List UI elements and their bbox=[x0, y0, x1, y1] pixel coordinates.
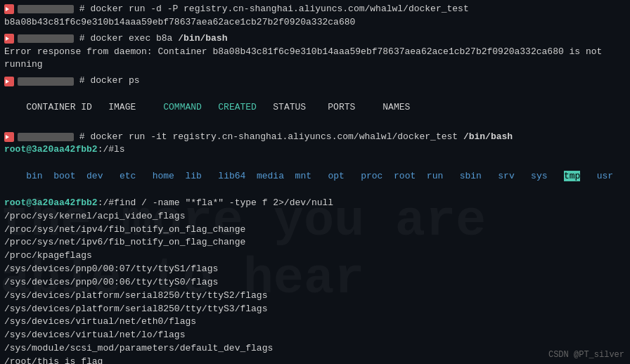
find-out-7: /sys/devices/platform/serial8250/tty/tty… bbox=[4, 290, 626, 303]
prompt-line-4: # docker run -it registry.cn-shanghai.al… bbox=[4, 131, 626, 144]
error-line-1: Error response from daemon: Container b8… bbox=[4, 46, 626, 59]
find-out-4: /proc/kpageflags bbox=[4, 249, 626, 263]
find-out-9: /sys/devices/virtual/net/eth0/flags bbox=[4, 316, 626, 329]
cmd-text-1: # docker run -d -P registry.cn-shanghai.… bbox=[79, 3, 469, 16]
prompt-icon-3 bbox=[4, 77, 14, 86]
find-out-3: /proc/sys/net/ipv6/fib_notify_on_flag_ch… bbox=[4, 236, 626, 249]
prompt-hash-1 bbox=[74, 3, 79, 16]
watermark: CSDN @PT_silver bbox=[548, 350, 624, 360]
find-out-10: /sys/devices/virtual/net/lo/flags bbox=[4, 329, 626, 342]
ps-header: CONTAINER ID IMAGE COMMAND CREATED STATU… bbox=[4, 88, 626, 128]
prompt-user-1 bbox=[18, 3, 74, 16]
output-hash-1: b8a08b43c81f6c9e310b14aaa59ebf78637aea62… bbox=[4, 16, 626, 30]
prompt-line-1: # docker run -d -P registry.cn-shanghai.… bbox=[4, 3, 626, 16]
root-prompt-find: root@3a20aa42fbb2:/# find / -name "*fla*… bbox=[4, 197, 626, 210]
find-out-12: /root/this_is_flag bbox=[4, 356, 626, 364]
prompt-icon-1 bbox=[4, 4, 14, 14]
find-out-6: /sys/devices/pnp0/00:06/tty/ttyS0/flags bbox=[4, 276, 626, 290]
terminal: # docker run -d -P registry.cn-shanghai.… bbox=[0, 0, 630, 364]
find-out-2: /proc/sys/net/ipv4/fib_notify_on_flag_ch… bbox=[4, 223, 626, 237]
error-line-2: running bbox=[4, 58, 626, 72]
ls-output: bin boot dev etc home lib lib64 media mn… bbox=[4, 157, 626, 197]
cmd-bold-bash: /bin/bash bbox=[178, 33, 227, 44]
prompt-line-2: # docker exec b8a /bin/bash bbox=[4, 32, 626, 46]
prompt-icon-2 bbox=[4, 34, 14, 44]
find-out-5: /sys/devices/pnp0/00:07/tty/ttyS1/flags bbox=[4, 263, 626, 276]
find-out-11: /sys/module/scsi_mod/parameters/default_… bbox=[4, 342, 626, 356]
root-prompt-ls: root@3a20aa42fbb2:/# ls bbox=[4, 143, 626, 157]
find-out-8: /sys/devices/platform/serial8250/tty/tty… bbox=[4, 303, 626, 316]
prompt-line-3: # docker ps bbox=[4, 74, 626, 88]
cmd-bold-bash2: /bin/bash bbox=[463, 131, 513, 142]
prompt-icon-4 bbox=[4, 132, 14, 142]
find-out-1: /proc/sys/kernel/acpi_video_flags bbox=[4, 210, 626, 223]
